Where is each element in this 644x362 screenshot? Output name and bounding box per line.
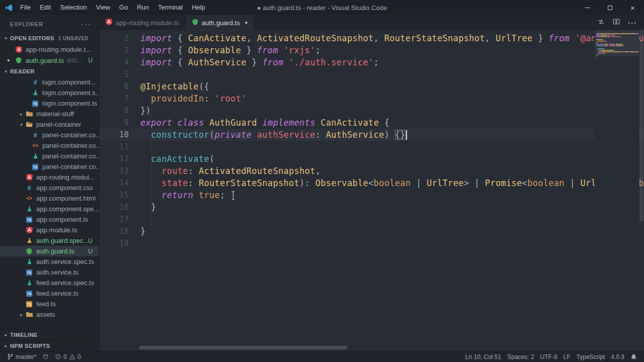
file-auth.guard.ts[interactable]: auth.guard.tsU: [0, 246, 99, 256]
vertical-scrollbar[interactable]: [639, 30, 644, 351]
code-editor[interactable]: 2import { CanActivate, ActivatedRouteSna…: [99, 30, 644, 351]
menu-view[interactable]: View: [92, 0, 115, 15]
file-app.component.ts[interactable]: TSapp.component.ts: [0, 214, 99, 225]
menu-selection[interactable]: Selection: [55, 0, 91, 15]
open-changes-icon[interactable]: [597, 18, 605, 28]
code-line-4[interactable]: 4import { AuthService } from './auth.ser…: [99, 56, 644, 68]
file-login.component.ts[interactable]: TSlogin.component.ts: [0, 98, 99, 109]
file-label: assets: [36, 311, 55, 318]
more-actions-icon[interactable]: ···: [628, 19, 637, 27]
menu-terminal[interactable]: Terminal: [153, 0, 187, 15]
code-text: [140, 237, 644, 249]
code-line-9[interactable]: 9export class AuthGuard implements CanAc…: [99, 117, 644, 129]
file-feed.service.ts[interactable]: TSfeed.service.ts: [0, 288, 99, 299]
line-number: 7: [99, 93, 140, 105]
notifications-bell[interactable]: [627, 351, 640, 362]
eol-setting[interactable]: LF: [560, 351, 574, 362]
language-mode[interactable]: TypeScript: [574, 351, 608, 362]
line-number: 18: [99, 225, 140, 237]
code-line-6[interactable]: 6@Injectable({: [99, 80, 644, 93]
code-line-12[interactable]: 12 canActivate(: [99, 153, 644, 165]
section-timeline[interactable]: ▸TIMELINE: [0, 329, 99, 340]
encoding-setting[interactable]: UTF-8: [537, 351, 560, 362]
file-app-routing.modul...[interactable]: app-routing.modul...: [0, 172, 99, 183]
code-text: constructor(private authService: AuthSer…: [140, 129, 644, 141]
chevron-right-icon: ▸: [18, 112, 25, 117]
code-line-8[interactable]: 8}): [99, 105, 644, 117]
tab-app-routing.module.ts[interactable]: app-routing.module.ts: [99, 15, 186, 30]
code-line-18[interactable]: 18}: [99, 225, 644, 237]
file-feed.service.spec.ts[interactable]: feed.service.spec.ts: [0, 278, 99, 288]
workspace-root-header[interactable]: ▾ READER: [0, 66, 99, 77]
code-line-10[interactable]: 10 constructor(private authService: Auth…: [99, 129, 644, 141]
folder-assets[interactable]: ▸assets: [0, 309, 99, 320]
file-label: auth.guard.ts: [26, 57, 64, 64]
code-line-5[interactable]: 5: [99, 68, 644, 80]
file-tree: #login.component...login.component.s...T…: [0, 77, 99, 320]
file-label: app.component.spe...: [36, 205, 99, 213]
section-label: NPM SCRIPTS: [10, 343, 50, 349]
section-npm-scripts[interactable]: ▸NPM SCRIPTS: [0, 340, 99, 351]
typescript-version[interactable]: 4.0.3: [608, 351, 627, 362]
problems-indicator[interactable]: 0 0: [52, 351, 84, 362]
folder-material-stuff[interactable]: ▸material-stuff: [0, 109, 99, 119]
explorer-more-actions-icon[interactable]: ···: [81, 20, 92, 28]
file-login.component.s...[interactable]: login.component.s...: [0, 87, 99, 98]
svg-text:TS: TS: [27, 292, 32, 296]
code-line-14[interactable]: 14 state: RouterStateSnapshot): Observab…: [99, 177, 644, 189]
maximize-button[interactable]: [599, 0, 621, 15]
cursor-position[interactable]: Ln 10, Col 51: [462, 351, 504, 362]
folder-panel-container[interactable]: ▾panel-container: [0, 119, 99, 130]
text-caret: [406, 130, 407, 140]
code-line-7[interactable]: 7 providedIn: 'root': [99, 93, 644, 105]
indentation-setting[interactable]: Spaces: 2: [504, 351, 537, 362]
menu-edit[interactable]: Edit: [35, 0, 55, 15]
file-login.component...[interactable]: #login.component...: [0, 77, 99, 87]
git-branch-indicator[interactable]: master*: [4, 351, 39, 362]
open-editor-item[interactable]: ●auth.guard.tssrc\...U: [0, 55, 99, 66]
code-line-15[interactable]: 15 return true;: [99, 189, 644, 201]
code-line-11[interactable]: 11: [99, 141, 644, 153]
line-number: 4: [99, 56, 140, 68]
svg-text:TS: TS: [27, 303, 32, 306]
menu-run[interactable]: Run: [132, 0, 153, 15]
code-line-19[interactable]: 19: [99, 237, 644, 249]
file-panel-container.co...[interactable]: <>panel-container.co...: [0, 140, 99, 151]
file-auth.service.spec.ts[interactable]: auth.service.spec.ts: [0, 256, 99, 267]
file-app.component.html[interactable]: <>app.component.html: [0, 193, 99, 204]
code-line-16[interactable]: 16 }: [99, 201, 644, 213]
file-panel-container.co...[interactable]: TSpanel-container.co...: [0, 161, 99, 172]
minimap[interactable]: [595, 30, 639, 351]
window-controls: ×: [576, 0, 644, 15]
horizontal-scrollbar-thumb[interactable]: [139, 346, 347, 349]
code-text: [140, 141, 644, 153]
vscode-window: FileEditSelectionViewGoRunTerminalHelp ●…: [0, 0, 644, 362]
file-app.component.css[interactable]: #app.component.css: [0, 183, 99, 193]
file-panel-container.co...[interactable]: #panel-container.co...: [0, 130, 99, 140]
file-label: auth.service.spec.ts: [36, 258, 94, 265]
menu-help[interactable]: Help: [187, 0, 210, 15]
menu-go[interactable]: Go: [115, 0, 132, 15]
git-status-badge: U: [88, 248, 93, 255]
open-editors-section-header[interactable]: ▾ OPEN EDITORS 1 UNSAVED: [0, 33, 99, 44]
code-line-17[interactable]: 17: [99, 213, 644, 225]
file-auth.guard.spec...[interactable]: auth.guard.spec...U: [0, 235, 99, 246]
file-panel-container.co...[interactable]: panel-container.co...: [0, 151, 99, 161]
line-number: 17: [99, 213, 140, 225]
tab-auth.guard.ts[interactable]: auth.guard.ts●: [186, 15, 254, 30]
close-button[interactable]: ×: [621, 0, 644, 15]
code-line-13[interactable]: 13 route: ActivatedRouteSnapshot,: [99, 165, 644, 177]
split-editor-icon[interactable]: [613, 18, 620, 27]
minimize-button[interactable]: [576, 0, 599, 15]
file-auth.service.ts[interactable]: TSauth.service.ts: [0, 267, 99, 278]
code-line-3[interactable]: 3import { Observable } from 'rxjs';: [99, 44, 644, 56]
code-line-2[interactable]: 2import { CanActivate, ActivatedRouteSna…: [99, 32, 644, 44]
menu-file[interactable]: File: [16, 0, 35, 15]
file-feed.ts[interactable]: TSfeed.ts: [0, 299, 99, 309]
file-app.module.ts[interactable]: app.module.ts: [0, 225, 99, 235]
vertical-scrollbar-thumb[interactable]: [639, 30, 643, 221]
open-editor-item[interactable]: app-routing.module.t...: [0, 44, 99, 55]
file-app.component.spe...[interactable]: app.component.spe...: [0, 204, 99, 214]
sync-button[interactable]: [39, 351, 52, 362]
code-text: canActivate(: [140, 153, 644, 165]
